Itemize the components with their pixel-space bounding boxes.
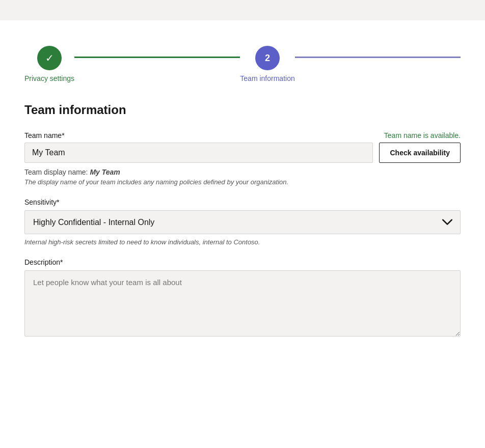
top-bar [0,0,485,20]
description-textarea[interactable] [24,270,461,337]
team-name-input[interactable] [24,143,373,163]
stepper: ✓ Privacy settings 2 Team information [24,41,461,82]
description-label: Description* [24,258,461,266]
step-1-label: Privacy settings [24,74,74,82]
team-name-field-row: Team name* Team name is available. [24,131,461,139]
description-group: Description* [24,258,461,339]
section-title: Team information [24,103,461,117]
connector-1 [74,57,240,58]
naming-policy-text: The display name of your team includes a… [24,178,461,186]
step-2: 2 Team information [240,46,294,82]
step-2-label: Team information [240,74,294,82]
team-name-label: Team name* [24,131,65,139]
sensitivity-hint: Internal high-risk secrets limited to ne… [24,238,461,246]
step-1-circle: ✓ [37,46,62,70]
team-name-availability: Team name is available. [384,131,461,139]
team-name-group: Team name* Team name is available. Check… [24,131,461,186]
sensitivity-group: Sensitivity* Highly Confidential - Inter… [24,198,461,246]
display-name-value: My Team [90,168,120,176]
step-2-circle: 2 [255,46,280,70]
step-1: ✓ Privacy settings [24,46,74,82]
step-2-number: 2 [265,53,270,64]
connector-2 [295,57,461,58]
sensitivity-label: Sensitivity* [24,198,461,206]
sensitivity-select-wrapper: Highly Confidential - Internal Only Conf… [24,210,461,234]
team-name-input-row: Check availability [24,143,461,163]
content-area: ✓ Privacy settings 2 Team information Te… [0,20,485,369]
sensitivity-select[interactable]: Highly Confidential - Internal Only Conf… [24,210,461,234]
checkmark-icon: ✓ [45,52,54,64]
check-availability-button[interactable]: Check availability [379,143,461,163]
display-name-prefix: Team display name: [24,168,90,176]
display-name-text: Team display name: My Team [24,168,461,176]
page-wrapper: ✓ Privacy settings 2 Team information Te… [0,0,485,448]
